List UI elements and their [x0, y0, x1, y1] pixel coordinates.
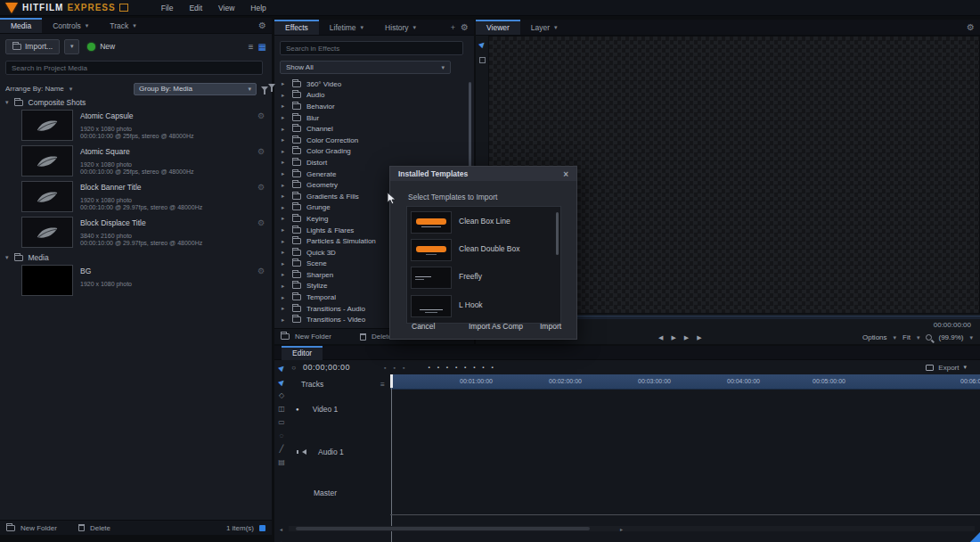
tab-effects[interactable]: Effects — [274, 20, 319, 35]
chevron-right-icon[interactable]: ▸ — [282, 316, 287, 324]
chevron-right-icon[interactable]: ▸ — [282, 92, 287, 99]
toggle-icon[interactable]: ▪ — [491, 365, 493, 370]
editor-timecode[interactable]: 00:00;00:00 — [303, 363, 350, 372]
import-as-comp-button[interactable]: Import As Comp — [469, 322, 523, 331]
select-tool-icon[interactable]: ▶ — [277, 377, 287, 387]
prev-frame-icon[interactable]: ◀ — [658, 334, 663, 341]
tab-history[interactable]: History▾ — [374, 20, 427, 35]
tab-lifetime[interactable]: Lifetime▾ — [319, 20, 374, 35]
chevron-right-icon[interactable]: ▸ — [282, 126, 287, 133]
close-icon[interactable]: × — [563, 169, 568, 179]
menu-view[interactable]: View — [210, 4, 242, 12]
effect-category[interactable]: ▸360° Video — [274, 78, 467, 90]
track-enabled-icon[interactable]: ● — [296, 406, 299, 412]
timeline-ruler[interactable]: 00:01:00:00 00:02:00:00 00:03:00:00 00:0… — [390, 374, 980, 390]
template-list-scrollbar[interactable] — [556, 212, 559, 255]
chevron-right-icon[interactable]: ▸ — [282, 260, 287, 267]
new-folder-button[interactable]: New Folder — [295, 333, 331, 341]
toggle-icon[interactable]: ▪ — [446, 365, 448, 370]
playhead[interactable] — [390, 374, 393, 388]
filter-icon[interactable] — [261, 86, 268, 91]
plus-icon[interactable]: + — [451, 23, 455, 32]
horizontal-scrollbar[interactable]: ◂ ▸ — [289, 526, 975, 531]
media-section-header[interactable]: ▾ Media — [5, 253, 49, 262]
group-by-dropdown[interactable]: Group By: Media▾ — [134, 83, 257, 95]
ripple-icon[interactable]: ▪ — [403, 365, 404, 371]
media-item[interactable]: Atomic Capsule 1920 x 1080 photo 00:00:1… — [0, 109, 272, 144]
chevron-right-icon[interactable]: ▸ — [282, 80, 287, 87]
cancel-button[interactable]: Cancel — [412, 322, 435, 331]
options-dropdown[interactable]: Options — [862, 333, 887, 341]
chevron-right-icon[interactable]: ▸ — [282, 226, 287, 234]
chevron-right-icon[interactable]: ▸ — [282, 148, 287, 155]
slip-tool-icon[interactable]: ▭ — [278, 418, 285, 426]
gear-icon[interactable]: ⚙ — [257, 267, 265, 275]
chevron-right-icon[interactable]: ▸ — [282, 182, 287, 189]
go-to-end-icon[interactable]: ▶ — [697, 334, 701, 341]
media-search-input[interactable] — [5, 61, 263, 75]
pan-tool-icon[interactable] — [479, 57, 486, 63]
chevron-right-icon[interactable]: ▸ — [282, 114, 287, 121]
media-item[interactable]: Block Displace Title 3840 x 2160 photo 0… — [0, 216, 272, 251]
menu-icon[interactable]: ≡ — [380, 380, 385, 389]
import-button[interactable]: Import — [540, 322, 561, 331]
fit-dropdown[interactable]: Fit — [902, 333, 911, 341]
select-tool-icon[interactable]: ▶ — [478, 39, 487, 49]
menu-edit[interactable]: Edit — [181, 4, 210, 12]
menu-help[interactable]: Help — [242, 4, 274, 12]
tab-track[interactable]: Track▾ — [99, 18, 146, 33]
chevron-right-icon[interactable]: ▸ — [282, 305, 287, 312]
tab-viewer[interactable]: Viewer — [476, 20, 520, 35]
media-item[interactable]: BG 1920 x 1080 photo ⚙ — [0, 264, 272, 300]
speaker-icon[interactable] — [299, 449, 306, 455]
gear-icon[interactable]: ⚙ — [967, 23, 975, 32]
next-frame-icon[interactable]: ▶ — [684, 334, 689, 341]
toggle-icon[interactable]: ▪ — [464, 365, 466, 370]
gear-icon[interactable]: ⚙ — [257, 147, 265, 156]
chevron-right-icon[interactable]: ▸ — [282, 215, 287, 222]
master-track-header[interactable]: Master — [289, 489, 390, 497]
link-icon[interactable]: ▪ — [394, 365, 396, 371]
media-item[interactable]: Atomic Square 1920 x 1080 photo 00:00:10… — [0, 144, 272, 180]
scroll-left-icon[interactable]: ◂ — [280, 526, 282, 532]
tab-editor[interactable]: Editor — [282, 346, 323, 360]
template-item[interactable]: L Hook — [407, 292, 560, 320]
dialog-titlebar[interactable]: Installed Templates × — [390, 167, 576, 181]
chevron-right-icon[interactable]: ▸ — [282, 204, 287, 211]
gear-icon[interactable]: ⚙ — [461, 23, 469, 32]
effect-category[interactable]: ▸Behavior — [274, 101, 467, 112]
zoom-level[interactable]: (99.9%) — [938, 333, 963, 341]
chevron-right-icon[interactable]: ▸ — [282, 271, 287, 278]
arrange-by-dropdown[interactable]: Arrange By: Name — [5, 85, 64, 93]
list-view-icon[interactable]: ≡ — [249, 42, 254, 52]
toggle-icon[interactable]: ▪ — [437, 365, 439, 370]
select-tool-icon[interactable]: ▶ — [277, 363, 287, 373]
tab-layer[interactable]: Layer▾ — [520, 20, 568, 35]
chevron-right-icon[interactable]: ▸ — [282, 159, 287, 166]
delete-button[interactable]: Delete — [90, 524, 110, 532]
gear-icon[interactable]: ⚙ — [257, 183, 265, 192]
effect-category[interactable]: ▸Color Correction — [274, 135, 467, 146]
new-button[interactable]: New — [84, 42, 118, 51]
video-track-header[interactable]: ● Video 1 — [289, 405, 390, 414]
gear-icon[interactable]: ⚙ — [258, 21, 266, 30]
template-item[interactable]: Clean Double Box — [407, 236, 560, 264]
toggle-icon[interactable]: ▪ — [482, 365, 484, 370]
chevron-right-icon[interactable]: ▸ — [282, 103, 287, 110]
slice-tool-icon[interactable]: ◫ — [278, 405, 285, 413]
effect-category[interactable]: ▸Channel — [274, 123, 467, 135]
toggle-icon[interactable]: ▪ — [473, 365, 475, 370]
export-button[interactable]: Export ▾ — [926, 364, 976, 372]
media-item[interactable]: Block Banner Title 1920 x 1080 photo 00:… — [0, 180, 272, 216]
toggle-icon[interactable]: ▪ — [455, 365, 457, 370]
chevron-right-icon[interactable]: ▸ — [282, 136, 287, 144]
scrollbar-thumb[interactable] — [296, 527, 590, 530]
grid-view-icon[interactable]: ▦ — [258, 42, 266, 52]
show-all-dropdown[interactable]: Show All ▾ — [280, 61, 451, 74]
tab-media[interactable]: Media — [0, 18, 42, 33]
chevron-right-icon[interactable]: ▸ — [282, 170, 287, 177]
timeline-area[interactable]: 00:01:00:00 00:02:00:00 00:03:00:00 00:0… — [390, 374, 980, 542]
scroll-right-icon[interactable]: ▸ — [620, 526, 623, 532]
composite-shots-section-header[interactable]: ▾ Composite Shots — [5, 98, 86, 107]
gear-icon[interactable]: ⚙ — [257, 218, 265, 227]
